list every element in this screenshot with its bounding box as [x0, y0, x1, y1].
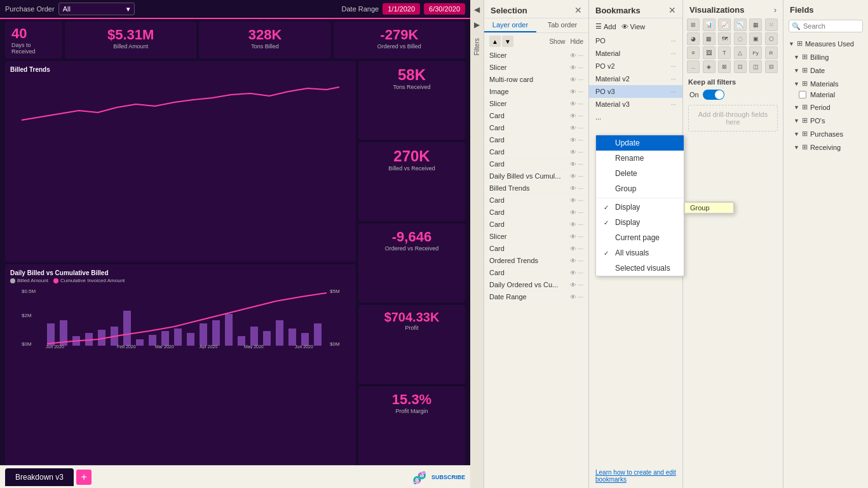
sel-item-15[interactable]: Slicer👁 ··· — [484, 231, 588, 243]
viz-icon-r[interactable]: R — [765, 46, 778, 59]
ctx-display[interactable]: ✓ Display — [596, 200, 684, 215]
bk-item-more-2[interactable]: ··· — [671, 63, 676, 70]
bookmarks-learn-link[interactable]: Learn how to create and edit bookmarks — [589, 464, 682, 488]
bk-item-2[interactable]: PO v2··· — [589, 60, 682, 72]
move-down-button[interactable]: ▼ — [502, 36, 513, 47]
bk-item-3[interactable]: Material v2··· — [589, 72, 682, 85]
sel-item-13[interactable]: Card👁 ··· — [484, 207, 588, 219]
date-end-pill[interactable]: 6/30/2020 — [424, 3, 465, 15]
sel-item-4[interactable]: Slicer👁 ··· — [484, 98, 588, 110]
keep-filters-toggle[interactable] — [703, 90, 724, 100]
ctx-group[interactable]: Group Group — [596, 181, 684, 196]
sel-item-3[interactable]: Image👁 ··· — [484, 86, 588, 98]
hide-all-button[interactable]: Hide — [570, 38, 583, 45]
field-group-billing-header[interactable]: ▼ ⊞ Billing — [783, 51, 868, 63]
sel-item-6[interactable]: Card👁 ··· — [484, 122, 588, 134]
bk-item-more-0[interactable]: ··· — [671, 37, 676, 44]
bookmarks-view-button[interactable]: 👁 View — [621, 22, 646, 30]
sel-item-12[interactable]: Card👁 ··· — [484, 194, 588, 207]
move-up-button[interactable]: ▲ — [489, 36, 501, 47]
drill-through-area: Add drill-through fields here — [688, 105, 778, 132]
viz-icon-line[interactable]: 📈 — [718, 18, 731, 31]
bk-item-5[interactable]: Material v3··· — [589, 98, 682, 111]
viz-icon-kpi[interactable]: ⬡ — [765, 32, 778, 45]
field-group-purchases-header[interactable]: ▼ ⊞ Purchases — [783, 128, 868, 140]
field-item-material[interactable]: Material — [783, 90, 868, 100]
sel-item-2[interactable]: Multi-row card👁 ··· — [484, 74, 588, 86]
viz-expand-icon[interactable]: › — [774, 6, 776, 15]
field-group-date-header[interactable]: ▼ ⊞ Date — [783, 64, 868, 76]
bookmarks-close-button[interactable]: ✕ — [668, 5, 676, 15]
selection-close-button[interactable]: ✕ — [574, 5, 582, 15]
ctx-rename[interactable]: Rename — [596, 151, 684, 166]
field-group-measures-used-header[interactable]: ▼ ⊞ Measures Used — [783, 37, 868, 50]
viz-icon-ribbon[interactable]: ▦ — [749, 18, 762, 31]
viz-icon-pie[interactable]: ◕ — [687, 32, 700, 45]
sel-item-5[interactable]: Card👁 ··· — [484, 110, 588, 122]
material-checkbox[interactable] — [799, 91, 806, 98]
ctx-delete[interactable]: Delete — [596, 166, 684, 181]
viz-icon-extra5[interactable]: ⊟ — [765, 60, 778, 73]
sel-item-8[interactable]: Card👁 ··· — [484, 146, 588, 158]
field-group-materials-header[interactable]: ▼ ⊞ Materials — [783, 78, 868, 90]
bk-item-more-4[interactable]: ··· — [671, 88, 676, 95]
sel-item-7[interactable]: Card👁 ··· — [484, 134, 588, 146]
sel-item-17[interactable]: Ordered Trends👁 ··· — [484, 255, 588, 267]
sel-item-18[interactable]: Card👁 ··· — [484, 267, 588, 279]
viz-icon-scatter[interactable]: ⁙ — [765, 18, 778, 31]
viz-icon-extra1[interactable]: ◈ — [703, 60, 715, 73]
sel-item-16[interactable]: Card👁 ··· — [484, 243, 588, 255]
viz-icon-extra4[interactable]: ◫ — [749, 60, 762, 73]
ctx-all-visuals[interactable]: ✓ All visuals — [596, 245, 684, 261]
viz-icon-extra2[interactable]: ⊠ — [718, 60, 731, 73]
sel-item-1[interactable]: Slicer👁 ··· — [484, 62, 588, 74]
sel-item-14[interactable]: Card👁 ··· — [484, 219, 588, 231]
viz-icon-card[interactable]: ▣ — [749, 32, 762, 45]
tab-order-tab[interactable]: Tab order — [536, 18, 588, 32]
po-filter-select[interactable]: All — [58, 3, 135, 15]
ctx-selected-visuals[interactable]: Selected visuals — [596, 261, 684, 276]
bk-item-more-1[interactable]: ··· — [671, 50, 676, 57]
field-group-receiving-header[interactable]: ▼ ⊞ Receiving — [783, 141, 868, 153]
viz-icon-image[interactable]: 🖼 — [703, 46, 715, 59]
show-all-button[interactable]: Show — [549, 38, 565, 45]
viz-icon-text[interactable]: T — [718, 46, 731, 59]
bk-item-more-5[interactable]: ··· — [671, 101, 676, 108]
ctx-current-page[interactable]: Current page — [596, 230, 684, 245]
ctx-display2[interactable]: ✓ Display — [596, 215, 684, 230]
viz-icon-map[interactable]: 🗺 — [718, 32, 731, 45]
bk-item-more[interactable]: ... — [589, 111, 682, 123]
expand-arrow[interactable]: ▶ — [474, 20, 480, 29]
viz-icon-gauge[interactable]: ◌ — [734, 32, 747, 45]
field-group-pos-header[interactable]: ▼ ⊞ PO's — [783, 114, 868, 126]
bookmarks-add-button[interactable]: ☰ Add — [595, 22, 616, 30]
field-group-materials: ▼ ⊞ Materials Material — [783, 78, 868, 100]
sel-item-20[interactable]: Date Range👁 ··· — [484, 291, 588, 303]
bk-item-1[interactable]: Material··· — [589, 47, 682, 60]
date-start-pill[interactable]: 1/1/2020 — [383, 3, 420, 15]
sel-item-0[interactable]: Slicer👁 ··· — [484, 50, 588, 62]
viz-icon-area[interactable]: 📉 — [734, 18, 747, 31]
layer-order-tab[interactable]: Layer order — [484, 18, 536, 32]
viz-icon-bar[interactable]: 📊 — [703, 18, 715, 31]
viz-icon-table[interactable]: ⊞ — [687, 18, 700, 31]
sel-item-11[interactable]: Billed Trends👁 ··· — [484, 182, 588, 194]
ctx-update[interactable]: Update — [596, 135, 684, 151]
viz-icon-extra3[interactable]: ⊡ — [734, 60, 747, 73]
bk-item-more-3[interactable]: ··· — [671, 76, 676, 83]
add-tab-button[interactable]: + — [76, 470, 92, 485]
sel-item-9[interactable]: Card👁 ··· — [484, 158, 588, 170]
viz-icon-3[interactable]: ... — [687, 60, 700, 73]
collapse-arrow[interactable]: ◀ — [474, 5, 480, 14]
breakdown-v3-tab[interactable]: Breakdown v3 — [5, 468, 74, 486]
viz-icon-slicer[interactable]: ≡ — [687, 46, 700, 59]
field-group-period-header[interactable]: ▼ ⊞ Period — [783, 101, 868, 113]
bk-item-0[interactable]: PO··· — [589, 34, 682, 47]
svg-rect-19 — [250, 327, 258, 346]
viz-icon-treemap[interactable]: ▩ — [703, 32, 715, 45]
viz-icon-py[interactable]: Py — [749, 46, 762, 59]
viz-icon-shape[interactable]: △ — [734, 46, 747, 59]
sel-item-10[interactable]: Daily Billed vs Cumul...👁 ··· — [484, 170, 588, 182]
sel-item-19[interactable]: Daily Ordered vs Cu...👁 ··· — [484, 279, 588, 291]
bk-item-4[interactable]: PO v3··· — [589, 85, 682, 98]
